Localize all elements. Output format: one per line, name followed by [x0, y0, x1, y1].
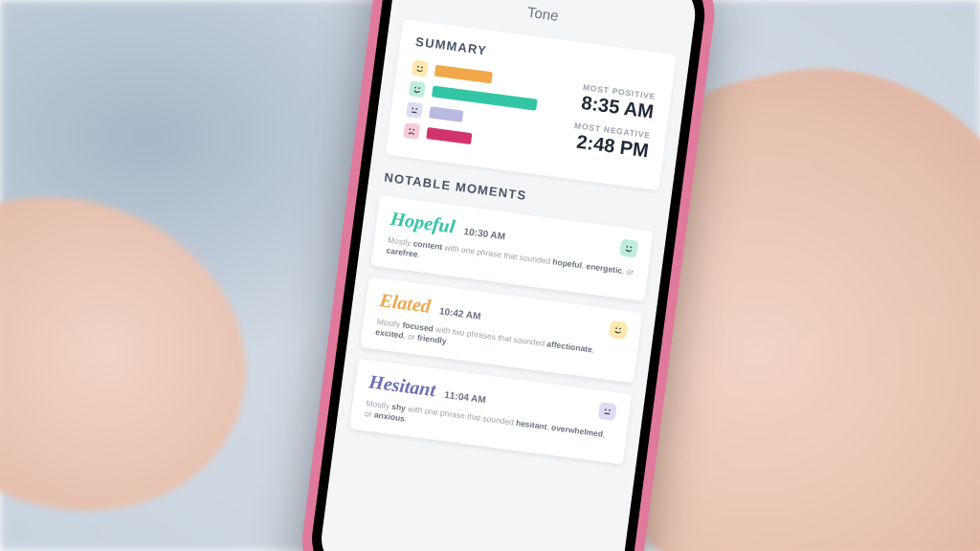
face-icon [598, 402, 617, 421]
svg-point-7 [417, 66, 419, 68]
svg-point-21 [609, 409, 611, 411]
svg-line-13 [412, 112, 416, 113]
bar-fill [434, 65, 493, 84]
svg-line-22 [605, 413, 609, 414]
moment-time: 10:30 AM [463, 226, 506, 242]
phone-screen: Tone SUMMARY [317, 0, 699, 551]
face-icon [403, 122, 420, 140]
svg-point-20 [605, 408, 607, 410]
moment-name: Hesitant [368, 370, 436, 401]
face-icon [609, 320, 628, 340]
svg-point-14 [409, 128, 411, 130]
svg-point-17 [630, 246, 632, 248]
bar-fill [429, 106, 463, 121]
bar-fill [426, 127, 472, 144]
moment-name: Elated [378, 289, 432, 318]
moment-name: Hopeful [390, 208, 457, 238]
moment-time: 10:42 AM [439, 305, 482, 321]
moment-time: 11:04 AM [444, 389, 487, 406]
face-icon [409, 80, 426, 98]
summary-bar-chart [402, 60, 554, 163]
svg-point-11 [412, 107, 413, 109]
moments-list: Hopeful10:30 AMMostly content with one p… [349, 195, 654, 464]
svg-point-12 [415, 108, 417, 110]
svg-point-16 [626, 246, 628, 248]
summary-stats: MOST POSITIVE 8:35 AM MOST NEGATIVE 2:48… [556, 80, 656, 175]
svg-point-19 [619, 328, 621, 330]
phone-device: Tone SUMMARY [306, 0, 710, 551]
face-icon [406, 101, 423, 119]
face-icon [619, 239, 638, 258]
face-icon [412, 60, 429, 77]
svg-point-15 [412, 129, 414, 131]
svg-point-10 [418, 87, 420, 89]
svg-point-18 [615, 327, 617, 329]
app-content: Tone SUMMARY [317, 0, 695, 551]
svg-point-9 [414, 87, 416, 89]
battery-icon [662, 0, 677, 2]
svg-point-8 [421, 66, 423, 68]
